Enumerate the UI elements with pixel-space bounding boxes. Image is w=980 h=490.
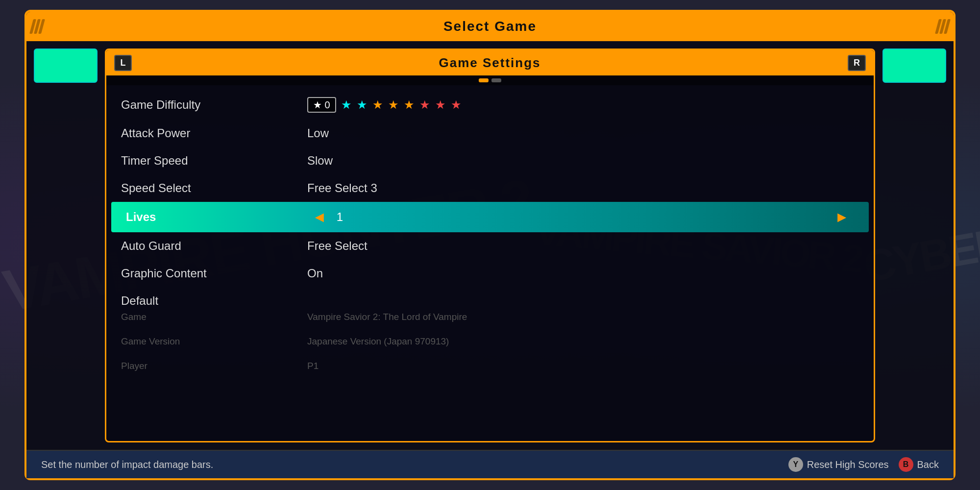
star-2: ★ [357,98,368,112]
dot-1[interactable] [479,78,489,82]
setting-value-speed-select: Free Select 3 [307,181,859,195]
setting-label-attack-power: Attack Power [121,126,307,140]
bottom-controls: Y Reset High Scores B Back [788,457,939,472]
setting-label-difficulty: Game Difficulty [121,98,307,112]
outer-body: L Game Settings R Game Difficulty ★ 0 [26,41,954,450]
setting-label-player: Player [121,361,307,371]
star-5: ★ [404,98,415,112]
setting-row-speed-select[interactable]: Speed Select Free Select 3 [106,174,874,202]
btn-y-circle: Y [788,457,803,472]
dot-2[interactable] [491,78,501,82]
setting-row-game: Game Vampire Savior 2: The Lord of Vampi… [106,305,874,329]
control-reset-scores[interactable]: Y Reset High Scores [788,457,889,472]
bottom-bar: Set the number of impact damage bars. Y … [26,450,954,478]
star-4: ★ [388,98,399,112]
setting-row-attack-power[interactable]: Attack Power Low [106,120,874,147]
outer-header: Select Game [26,12,954,41]
setting-label-game: Game [121,312,307,322]
lives-arrow-right[interactable]: ► [834,209,854,225]
setting-value-player: P1 [307,361,859,371]
setting-label-graphic-content: Graphic Content [121,267,307,280]
star-1: ★ [341,98,352,112]
setting-row-player: Player P1 [106,354,874,378]
setting-value-attack-power: Low [307,126,859,140]
setting-label-auto-guard: Auto Guard [121,239,307,253]
setting-row-graphic-content[interactable]: Graphic Content On [106,260,874,287]
outer-window: Select Game L Game Settings R [24,10,956,480]
lives-arrow-left[interactable]: ◄ [312,209,327,225]
setting-row-timer-speed[interactable]: Timer Speed Slow [106,147,874,174]
setting-value-game-version: Japanese Version (Japan 970913) [307,336,859,347]
inner-header: L Game Settings R [106,50,874,75]
setting-label-speed-select: Speed Select [121,181,307,195]
setting-value-difficulty: ★ 0 ★ ★ ★ ★ ★ ★ ★ ★ [307,97,859,113]
left-page-btn[interactable]: L [114,55,132,71]
star-7: ★ [435,98,446,112]
indicator-dots [106,75,874,85]
setting-row-game-version: Game Version Japanese Version (Japan 970… [106,329,874,354]
left-sidebar [34,49,98,442]
setting-value-lives: ◄ 1 ► [312,209,854,225]
setting-value-game: Vampire Savior 2: The Lord of Vampire [307,312,859,322]
setting-row-difficulty[interactable]: Game Difficulty ★ 0 ★ ★ ★ ★ ★ ★ ★ ★ [106,90,874,120]
btn-b-circle: B [899,457,913,472]
setting-value-graphic-content: On [307,267,859,280]
sidebar-tab-left[interactable] [34,49,98,83]
settings-list: Game Difficulty ★ 0 ★ ★ ★ ★ ★ ★ ★ ★ [106,85,874,441]
setting-label-game-version: Game Version [121,336,307,347]
difficulty-badge-text: ★ 0 [313,99,330,111]
star-8: ★ [451,98,462,112]
setting-row-auto-guard[interactable]: Auto Guard Free Select [106,232,874,260]
right-sidebar [882,49,946,442]
star-3: ★ [372,98,383,112]
inner-panel-title: Game Settings [439,55,540,71]
bottom-hint: Set the number of impact damage bars. [41,459,213,470]
control-reset-label: Reset High Scores [807,459,889,470]
star-6: ★ [419,98,430,112]
setting-value-timer-speed: Slow [307,154,859,168]
header-stripes-right [937,19,949,34]
lives-value: 1 [337,210,343,224]
inner-panel: L Game Settings R Game Difficulty ★ 0 [105,49,875,442]
header-stripes-left [31,19,43,34]
setting-value-auto-guard: Free Select [307,239,859,253]
setting-label-timer-speed: Timer Speed [121,154,307,168]
setting-label-lives: Lives [126,210,312,224]
control-back-label: Back [917,459,939,470]
sidebar-tab-right[interactable] [882,49,946,83]
control-back[interactable]: B Back [899,457,939,472]
difficulty-badge: ★ 0 [307,97,336,113]
outer-title: Select Game [443,19,537,34]
setting-row-lives[interactable]: Lives ◄ 1 ► [111,202,869,232]
right-page-btn[interactable]: R [848,55,866,71]
